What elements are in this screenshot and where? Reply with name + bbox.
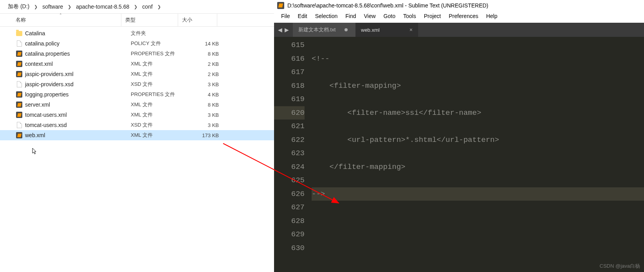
file-type: PROPERTIES 文件 bbox=[131, 91, 188, 98]
file-row[interactable]: catalina.propertiesPROPERTIES 文件8 KB bbox=[0, 49, 274, 59]
tab-label: 新建文本文档.txt bbox=[298, 26, 336, 33]
line-number: 618 bbox=[274, 79, 305, 93]
file-list: Catalina文件夹catalina.policyPOLICY 文件14 KB… bbox=[0, 27, 274, 142]
file-type: POLICY 文件 bbox=[131, 40, 188, 47]
sublime-icon bbox=[277, 2, 284, 9]
folder-icon bbox=[16, 30, 23, 37]
breadcrumb-item[interactable]: 加卷 (D:) bbox=[8, 3, 29, 10]
file-explorer: 加卷 (D:) ❯ software ❯ apache-tomcat-8.5.6… bbox=[0, 0, 274, 142]
menu-item-goto[interactable]: Goto bbox=[380, 12, 399, 20]
chevron-right-icon: ❯ bbox=[157, 4, 161, 9]
line-number: 624 bbox=[274, 160, 305, 174]
sublime-file-icon bbox=[16, 71, 23, 78]
sublime-file-icon bbox=[16, 60, 23, 67]
file-name: tomcat-users.xsd bbox=[25, 122, 131, 128]
window-title: D:\software\apache-tomcat-8.5.68\conf\we… bbox=[287, 2, 488, 9]
file-size: 8 KB bbox=[188, 102, 223, 108]
file-name: Catalina bbox=[25, 30, 131, 36]
file-row[interactable]: catalina.policyPOLICY 文件14 KB bbox=[0, 38, 274, 49]
line-number: 617 bbox=[274, 65, 305, 79]
tab-prev-icon[interactable]: ◀ bbox=[278, 27, 282, 33]
menu-item-view[interactable]: View bbox=[360, 12, 380, 20]
menu-item-file[interactable]: File bbox=[277, 12, 294, 20]
dirty-indicator-icon bbox=[345, 28, 348, 31]
close-icon[interactable]: × bbox=[409, 27, 413, 33]
breadcrumb-item[interactable]: software bbox=[42, 4, 63, 10]
file-size: 8 KB bbox=[188, 51, 223, 57]
tab[interactable]: 新建文本文档.txt bbox=[293, 23, 355, 37]
tab-nav: ◀ ▶ bbox=[274, 23, 293, 37]
line-number: 626 bbox=[274, 187, 305, 201]
sublime-file-icon bbox=[16, 50, 23, 57]
menu-item-tools[interactable]: Tools bbox=[399, 12, 420, 20]
file-name: web.xml bbox=[25, 132, 131, 138]
line-number: 623 bbox=[274, 147, 305, 160]
menu-item-find[interactable]: Find bbox=[341, 12, 360, 20]
file-size: 4 KB bbox=[188, 92, 223, 98]
file-type: XSD 文件 bbox=[131, 121, 188, 129]
file-type: 文件夹 bbox=[131, 30, 188, 37]
file-row[interactable]: server.xmlXML 文件8 KB bbox=[0, 100, 274, 110]
column-header-size[interactable]: 大小 bbox=[178, 14, 217, 26]
line-number: 629 bbox=[274, 228, 305, 241]
file-name: logging.properties bbox=[25, 91, 131, 98]
file-type: XML 文件 bbox=[131, 60, 188, 67]
file-row[interactable]: tomcat-users.xmlXML 文件3 KB bbox=[0, 110, 274, 120]
file-size: 173 KB bbox=[188, 132, 223, 138]
column-header-type[interactable]: 类型 bbox=[121, 14, 178, 26]
menu-item-edit[interactable]: Edit bbox=[294, 12, 311, 20]
file-size: 3 KB bbox=[188, 122, 223, 128]
tab-label: web.xml bbox=[361, 27, 380, 33]
breadcrumb-item[interactable]: apache-tomcat-8.5.68 bbox=[76, 4, 129, 10]
file-row[interactable]: logging.propertiesPROPERTIES 文件4 KB bbox=[0, 89, 274, 100]
file-name: jaspic-providers.xml bbox=[25, 71, 131, 77]
file-name: context.xml bbox=[25, 61, 131, 67]
tabs-bar: ◀ ▶ 新建文本文档.txtweb.xml× bbox=[274, 23, 644, 37]
file-name: catalina.properties bbox=[25, 51, 131, 57]
file-row[interactable]: jaspic-providers.xmlXML 文件2 KB bbox=[0, 69, 274, 79]
line-number: 621 bbox=[274, 120, 305, 133]
file-row[interactable]: jaspic-providers.xsdXSD 文件3 KB bbox=[0, 79, 274, 89]
menu-item-help[interactable]: Help bbox=[482, 12, 501, 20]
sublime-file-icon bbox=[16, 101, 23, 108]
watermark: CSDN @java白杨 bbox=[600, 263, 640, 270]
breadcrumb-item[interactable]: conf bbox=[142, 4, 152, 10]
tab-next-icon[interactable]: ▶ bbox=[285, 27, 289, 33]
file-name: catalina.policy bbox=[25, 40, 131, 47]
column-header-name[interactable]: ⌃名称 bbox=[0, 14, 121, 26]
file-size: 3 KB bbox=[188, 82, 223, 87]
line-number: 615 bbox=[274, 38, 305, 52]
chevron-right-icon: ❯ bbox=[134, 4, 137, 9]
line-number: 628 bbox=[274, 214, 305, 228]
menu-item-project[interactable]: Project bbox=[420, 12, 445, 20]
document-icon bbox=[16, 81, 23, 88]
editor[interactable]: 6156166176186196206216226236246256266276… bbox=[274, 37, 644, 272]
titlebar: D:\software\apache-tomcat-8.5.68\conf\we… bbox=[274, 0, 644, 11]
file-size: 2 KB bbox=[188, 61, 223, 67]
file-name: tomcat-users.xml bbox=[25, 112, 131, 118]
document-icon bbox=[16, 40, 23, 47]
file-type: XML 文件 bbox=[131, 71, 188, 78]
breadcrumb[interactable]: 加卷 (D:) ❯ software ❯ apache-tomcat-8.5.6… bbox=[0, 0, 274, 13]
file-row[interactable]: web.xmlXML 文件173 KB bbox=[0, 130, 274, 140]
file-type: XML 文件 bbox=[131, 132, 188, 139]
file-row[interactable]: tomcat-users.xsdXSD 文件3 KB bbox=[0, 120, 274, 130]
line-number: 619 bbox=[274, 92, 305, 106]
menubar: FileEditSelectionFindViewGotoToolsProjec… bbox=[274, 11, 644, 23]
menu-item-selection[interactable]: Selection bbox=[311, 12, 342, 20]
sublime-file-icon bbox=[16, 91, 23, 98]
tab[interactable]: web.xml× bbox=[355, 23, 418, 37]
line-number: 616 bbox=[274, 52, 305, 66]
file-row[interactable]: Catalina文件夹 bbox=[0, 28, 274, 38]
sublime-text-window: D:\software\apache-tomcat-8.5.68\conf\we… bbox=[274, 0, 644, 272]
file-size: 14 KB bbox=[188, 41, 223, 47]
menu-item-preferences[interactable]: Preferences bbox=[445, 12, 482, 20]
file-name: server.xml bbox=[25, 102, 131, 108]
table-header: ⌃名称 类型 大小 bbox=[0, 13, 274, 27]
file-row[interactable]: context.xmlXML 文件2 KB bbox=[0, 59, 274, 69]
chevron-right-icon: ❯ bbox=[68, 4, 71, 9]
sublime-file-icon bbox=[16, 111, 23, 118]
line-number: 622 bbox=[274, 133, 305, 147]
code-area[interactable]: <!-- <filter-mapping> <filter-name>ssi</… bbox=[312, 37, 644, 272]
line-number: 630 bbox=[274, 241, 305, 255]
